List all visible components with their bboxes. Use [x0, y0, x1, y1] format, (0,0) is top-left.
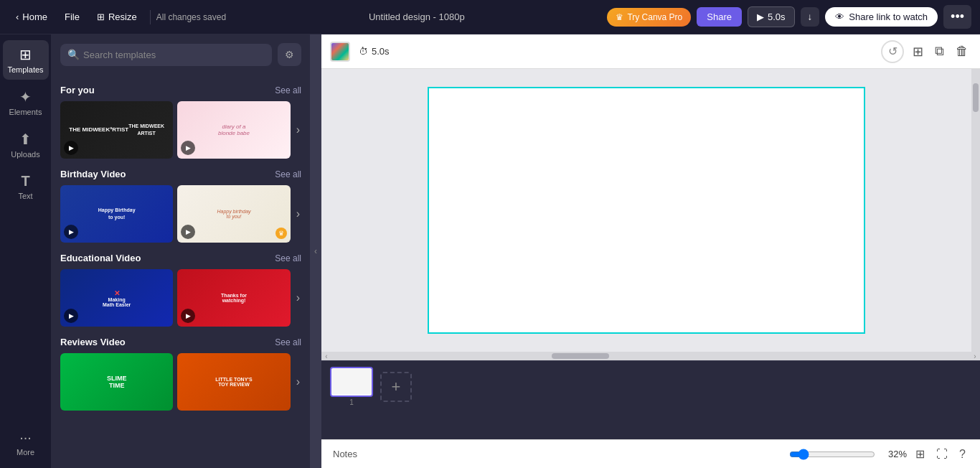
download-button[interactable]: ↓ — [801, 7, 820, 27]
search-wrap: 🔍 — [60, 44, 272, 66]
more-icon: ··· — [19, 429, 32, 446]
crown-icon: ♛ — [616, 12, 623, 22]
educational-title: Educational Video — [60, 253, 141, 263]
page-thumb-inner — [331, 369, 372, 394]
panel-content: For you See all THE MIDWEEKARTIST ▶ diar… — [52, 75, 310, 468]
time-display: ⏱ 5.0s — [359, 46, 390, 57]
refresh-button[interactable]: ↺ — [881, 40, 904, 63]
download-icon: ↓ — [808, 11, 813, 22]
template-rev2[interactable]: LITTLE TONY'STOY REVIEW — [177, 353, 290, 411]
resize-button[interactable]: ⊞ Resize — [90, 8, 144, 26]
educational-see-all[interactable]: See all — [275, 253, 301, 263]
canvas-scroll-wrapper — [321, 69, 980, 352]
search-input[interactable] — [60, 44, 272, 66]
template-bday2[interactable]: Happy birthdayto you! ▶ ♛ — [177, 185, 290, 243]
chevron-left-icon: ‹ — [16, 11, 19, 22]
template-edu1[interactable]: ✕ MakingMath Easier ▶ — [60, 269, 173, 327]
canvas-toolbar: ⏱ 5.0s ↺ ⊞ ⧉ 🗑 — [321, 34, 980, 69]
home-button[interactable]: ‹ Home — [9, 8, 55, 26]
right-scrollbar[interactable] — [971, 69, 980, 352]
sidebar: ⊞ Templates ✦ Elements ⬆ Uploads T Text … — [0, 34, 52, 468]
rev2-art: LITTLE TONY'STOY REVIEW — [177, 353, 290, 411]
canvas-area: ⏱ 5.0s ↺ ⊞ ⧉ 🗑 ‹ › — [321, 34, 980, 468]
panel-collapse-handle[interactable]: ‹ — [310, 34, 321, 468]
more-options-button[interactable]: ••• — [943, 5, 971, 29]
bottom-scroll-thumb — [552, 353, 609, 359]
zoom-slider[interactable] — [789, 449, 875, 460]
eye-icon: 👁 — [835, 11, 844, 22]
panel-search: 🔍 ⚙ — [52, 34, 310, 75]
for-you-title: For you — [60, 85, 95, 95]
play-button[interactable]: ▶ 5.0s — [748, 6, 795, 27]
for-you-row: THE MIDWEEKARTIST ▶ diary of ablonde bab… — [60, 101, 301, 159]
pro-badge: ♛ — [275, 228, 287, 239]
reviews-title: Reviews Video — [60, 337, 126, 347]
section-educational-header: Educational Video See all — [60, 253, 301, 263]
sidebar-item-elements[interactable]: ✦ Elements — [3, 83, 49, 122]
timeline-pages: 1 + — [321, 361, 980, 412]
section-reviews-header: Reviews Video See all — [60, 337, 301, 347]
birthday-see-all[interactable]: See all — [275, 169, 301, 179]
bottom-bar: Notes 32% ⊞ ⛶ ? — [321, 439, 980, 468]
sidebar-item-more[interactable]: ··· More — [3, 423, 49, 462]
for-you-see-all[interactable]: See all — [275, 85, 301, 95]
section-for-you-header: For you See all — [60, 85, 301, 95]
right-scroll-thumb — [973, 83, 979, 112]
try-pro-button[interactable]: ♛ Try Canva Pro — [607, 8, 691, 27]
sidebar-item-text[interactable]: T Text — [3, 167, 49, 206]
template-edu2[interactable]: Thanks forwatching! ▶ — [177, 269, 290, 327]
rev1-art: SLIMETIME — [60, 353, 173, 411]
educational-row: ✕ MakingMath Easier ▶ Thanks forwatching… — [60, 269, 301, 327]
zoom-percent: 32% — [881, 449, 907, 459]
help-button[interactable]: ? — [956, 445, 969, 464]
canvas-scroll-area[interactable] — [321, 69, 971, 352]
bottom-scrollbar[interactable]: ‹ › — [321, 352, 980, 360]
timeline-area: 1 + — [321, 360, 980, 439]
filter-button[interactable]: ⚙ — [278, 43, 301, 66]
copy-page-button[interactable]: ⧉ — [932, 41, 947, 62]
reviews-next[interactable]: › — [295, 353, 301, 411]
file-button[interactable]: File — [57, 8, 87, 26]
fullscreen-button[interactable]: ⛶ — [933, 445, 951, 464]
educational-next[interactable]: › — [295, 269, 301, 327]
for-you-next[interactable]: › — [295, 101, 301, 159]
page-1-container: 1 — [330, 367, 373, 406]
canvas-frame — [428, 87, 865, 334]
template-rev1[interactable]: SLIMETIME — [60, 353, 173, 411]
notes-label: Notes — [333, 449, 357, 459]
resize-icon: ⊞ — [97, 11, 105, 22]
color-swatch[interactable] — [330, 42, 350, 62]
reviews-see-all[interactable]: See all — [275, 337, 301, 347]
page-1-thumb[interactable] — [330, 367, 373, 397]
template-bday1[interactable]: Happy Birthdayto you! ▶ — [60, 185, 173, 243]
sidebar-item-templates[interactable]: ⊞ Templates — [3, 40, 49, 80]
birthday-title: Birthday Video — [60, 169, 126, 179]
scroll-left-button[interactable]: ‹ — [321, 352, 331, 360]
add-page-button[interactable]: + — [380, 372, 412, 402]
share-button[interactable]: Share — [697, 7, 742, 27]
page-1-number: 1 — [349, 398, 354, 406]
nav-divider — [150, 10, 151, 24]
add-page-toolbar-button[interactable]: ⊞ — [910, 41, 926, 62]
delete-page-button[interactable]: 🗑 — [953, 41, 971, 62]
birthday-row: Happy Birthdayto you! ▶ Happy birthdayto… — [60, 185, 301, 243]
design-title: Untitled design - 1080p — [369, 11, 465, 22]
sidebar-item-uploads[interactable]: ⬆ Uploads — [3, 125, 49, 164]
play-badge-3: ▶ — [64, 225, 78, 239]
template-midweek[interactable]: THE MIDWEEKARTIST ▶ — [60, 101, 173, 159]
bottom-right: 32% ⊞ ⛶ ? — [789, 444, 969, 464]
uploads-icon: ⬆ — [19, 131, 32, 148]
elements-icon: ✦ — [19, 88, 32, 106]
template-diary[interactable]: diary of ablonde babe ▶ — [177, 101, 290, 159]
share-link-watch-button[interactable]: 👁 Share link to watch — [825, 7, 938, 27]
scroll-right-button[interactable]: › — [970, 352, 980, 360]
templates-panel: 🔍 ⚙ For you See all THE MIDWEEKARTIST ▶ — [52, 34, 310, 468]
grid-view-button[interactable]: ⊞ — [913, 444, 928, 464]
main-area: ⊞ Templates ✦ Elements ⬆ Uploads T Text … — [0, 34, 980, 468]
topnav: ‹ Home File ⊞ Resize All changes saved U… — [0, 0, 980, 34]
topnav-right: ♛ Try Canva Pro Share ▶ 5.0s ↓ 👁 Share l… — [607, 5, 971, 29]
timer-icon: ⏱ — [359, 46, 368, 57]
reviews-row: SLIMETIME LITTLE TONY'STOY REVIEW › — [60, 353, 301, 411]
birthday-next[interactable]: › — [295, 185, 301, 243]
topnav-left: ‹ Home File ⊞ Resize All changes saved — [9, 8, 226, 26]
